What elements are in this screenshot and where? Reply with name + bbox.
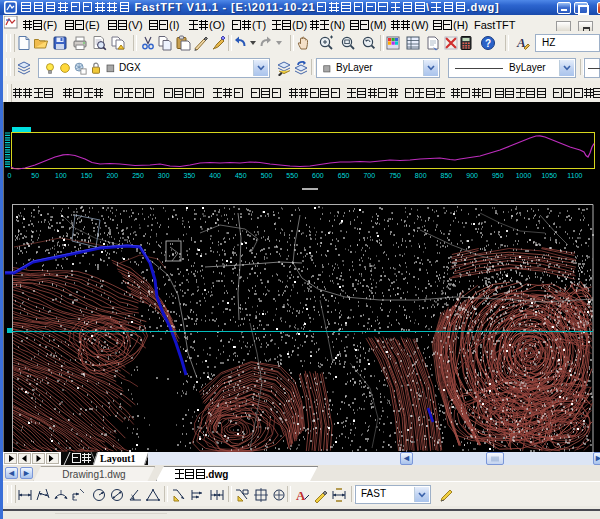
svg-text:300: 300 [158,172,170,179]
svg-text:0: 0 [8,172,12,179]
svg-text:550: 550 [286,172,298,179]
svg-text:750: 750 [389,172,401,179]
svg-text:200: 200 [106,172,118,179]
svg-text:800: 800 [415,172,427,179]
svg-text:1050: 1050 [541,172,557,179]
svg-text:1000: 1000 [516,172,532,179]
svg-text:250: 250 [132,172,144,179]
svg-text:1100: 1100 [567,172,582,179]
svg-text:700: 700 [363,172,375,179]
svg-text:600: 600 [312,172,324,179]
svg-text:100: 100 [55,172,67,179]
svg-text:900: 900 [466,172,478,179]
svg-text:400: 400 [209,172,221,179]
svg-text:350: 350 [184,172,196,179]
svg-text:500: 500 [261,172,273,179]
svg-text:950: 950 [492,172,504,179]
svg-text:A: A [296,488,306,503]
svg-text:850: 850 [441,172,453,179]
svg-text:150: 150 [81,172,93,179]
svg-text:?: ? [485,38,491,49]
svg-text:50: 50 [31,172,39,179]
svg-text:650: 650 [338,172,350,179]
svg-text:450: 450 [235,172,247,179]
